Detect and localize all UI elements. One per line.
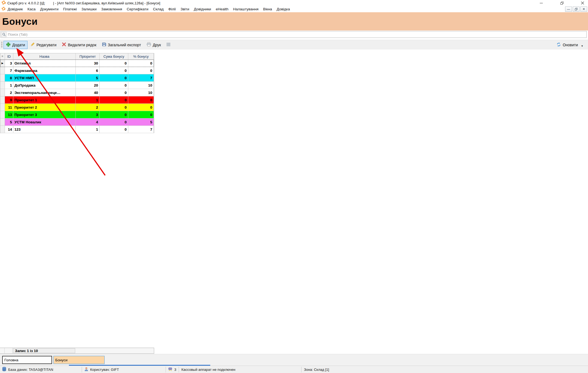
table-row[interactable]: ▶ 3 Оптимал 30 0 0 (0, 60, 154, 67)
menu-item-10[interactable]: Довідники (194, 7, 211, 11)
column-header-id[interactable]: ID (5, 53, 13, 59)
cell-id: 1 (5, 82, 13, 89)
cell-sum: 0 (100, 89, 128, 96)
table-row[interactable]: 7 Фармзамена 6 0 0 (0, 67, 154, 74)
column-header-sum[interactable]: Сума бонусу (100, 53, 128, 59)
statusbar-separator (301, 367, 301, 372)
navigator-cell (0, 348, 5, 353)
cell-name: Экстемпоральная реце… (13, 89, 76, 96)
print-button-label: Друк (153, 43, 161, 47)
close-icon[interactable] (579, 1, 586, 5)
statusbar-separator (166, 367, 166, 372)
statusbar-separator (82, 367, 82, 372)
mdi-close-icon[interactable]: ✕ (580, 7, 587, 12)
menu-item-0[interactable]: Довідник (8, 7, 23, 11)
search-input[interactable] (1, 31, 587, 38)
row-indicator (0, 67, 5, 74)
cell-sum: 0 (100, 118, 128, 126)
mdi-window-controls: — ✕ (565, 7, 587, 12)
row-indicator (0, 96, 5, 104)
cell-priority: 4 (76, 118, 100, 126)
cell-percent: 10 (128, 82, 154, 89)
mdi-restore-icon[interactable] (573, 7, 580, 12)
menu-item-5[interactable]: Замовлення (101, 7, 122, 11)
app-logo-icon (2, 1, 6, 6)
menu-item-4[interactable]: Залишки (81, 7, 96, 11)
restore-icon[interactable] (559, 1, 565, 5)
app-window: Скарб pro v. 4.0.0.2 [ІД: | - [Апт №003 … (0, 0, 588, 373)
search-icon (1, 32, 7, 37)
header-corner-grip[interactable]: ≡ (0, 53, 5, 59)
cell-id: 2 (5, 89, 13, 96)
menu-item-13[interactable]: Вікна (263, 7, 272, 11)
column-header-priority[interactable]: Пріоритет (76, 53, 100, 59)
refresh-button[interactable]: Оновити ▼ (554, 41, 586, 49)
export-button[interactable]: Загальний експорт (99, 41, 144, 49)
cell-priority: 1 (76, 126, 100, 133)
column-header-percent[interactable]: % бонусу (128, 53, 154, 59)
window-title: Скарб pro v. 4.0.0.2 [ІД: | - [Апт №003 … (7, 1, 160, 5)
row-indicator (0, 104, 5, 111)
edit-button-label: Редагувати (36, 43, 56, 47)
row-indicator (0, 82, 5, 89)
page-header: Бонуси (0, 12, 588, 30)
column-header-name[interactable]: Назва (13, 53, 76, 59)
cell-sum: 0 (100, 82, 128, 89)
menu-item-11[interactable]: eHealth (216, 7, 229, 11)
tab-bonusy[interactable]: Бонуси (53, 356, 105, 364)
cell-name: Приоритет 2 (13, 104, 76, 111)
toolbar-grip[interactable] (1, 42, 2, 48)
database-label: База даних: TASA3@TITAN (8, 368, 53, 372)
table-row[interactable]: 11 Приоритет 2 2 0 0 (0, 104, 154, 111)
edit-button[interactable]: Редагувати (28, 41, 59, 49)
delete-row-button[interactable]: Видалити рядок (59, 41, 99, 49)
menu-item-14[interactable]: Довідка (277, 7, 290, 11)
menu-bar: ДовідникКасаДокументиПлатежіЗалишкиЗамов… (0, 6, 588, 12)
statusbar-separator (179, 367, 179, 372)
cell-id: 11 (5, 104, 13, 111)
menu-item-6[interactable]: Сертифікати (127, 7, 148, 11)
cell-percent: 0 (128, 96, 154, 104)
menu-item-2[interactable]: Документи (40, 7, 58, 11)
cell-sum: 0 (100, 60, 128, 67)
menu-item-3[interactable]: Платежі (63, 7, 77, 11)
cell-priority: 1 (76, 96, 100, 104)
tab-bonusy-label: Бонуси (55, 358, 68, 362)
menu-item-12[interactable]: Налаштування (233, 7, 258, 11)
cell-name: Приоритет 3 (13, 111, 76, 118)
table-row[interactable]: 8 УСТМ НМП 5 0 7 (0, 74, 154, 82)
cell-sum: 0 (100, 111, 128, 118)
status-bar: База даних: TASA3@TITAN Користувач: GIFT… (0, 366, 588, 373)
table-row[interactable]: 9 Приоритет 1 1 0 0 (0, 96, 154, 104)
menu-item-9[interactable]: Звіти (181, 7, 189, 11)
cell-id: 8 (5, 74, 13, 82)
navigator-cell (5, 348, 13, 353)
menu-item-7[interactable]: Склад (153, 7, 164, 11)
table-header: ≡ ID Назва Пріоритет Сума бонусу % бонус… (0, 53, 154, 60)
table-row[interactable]: 14 123 1 0 7 (0, 126, 154, 133)
add-button-label: Додати (12, 43, 25, 47)
add-button[interactable]: Додати (4, 41, 28, 49)
columns-button[interactable] (164, 41, 173, 49)
row-indicator (0, 89, 5, 96)
table-row[interactable]: 2 Экстемпоральная реце… 40 0 10 (0, 89, 154, 96)
mdi-minimize-icon[interactable]: — (565, 7, 572, 12)
tab-golovna[interactable]: Головна (2, 356, 52, 364)
row-indicator (0, 126, 5, 133)
cell-sum: 0 (100, 96, 128, 104)
delete-row-button-label: Видалити рядок (68, 43, 96, 47)
row-indicator: ▶ (0, 60, 5, 67)
table-row[interactable]: 13 Приоритет 3 3 0 0 (0, 111, 154, 118)
cell-id: 7 (5, 67, 13, 74)
table-row[interactable]: 1 ДоПродажа 20 0 10 (0, 82, 154, 89)
statusbar-devices: 3 (168, 366, 176, 373)
statusbar-database: База даних: TASA3@TITAN (2, 366, 53, 373)
cash-status-label: Кассовый аппарат не подключен (181, 368, 235, 372)
minimize-icon[interactable] (538, 1, 544, 5)
print-button[interactable]: Друк (144, 41, 163, 49)
cell-priority: 30 (76, 60, 100, 67)
menu-item-1[interactable]: Каса (28, 7, 36, 11)
menu-item-8[interactable]: Філії (168, 7, 176, 11)
table-row[interactable]: 5 УСТМ Новалик 4 0 5 (0, 118, 154, 126)
user-icon (84, 367, 88, 372)
